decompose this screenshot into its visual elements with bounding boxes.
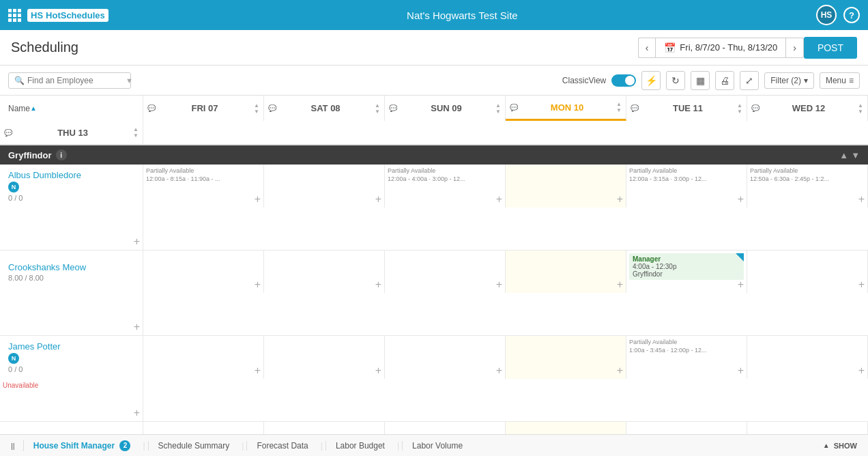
add-shift-button[interactable]: + [375,365,381,376]
name-col-label: Name [8,104,30,113]
mon-cell: + [506,251,626,293]
add-shift-button[interactable]: + [738,194,744,205]
add-shift-button[interactable]: + [858,279,865,290]
shift-time: 4:00a - 12:30p [633,263,740,270]
col-header-thu: 💬 THU 13 ▲▼ [0,121,143,144]
classic-view-toggle[interactable] [611,74,636,87]
group-name: Gryffindor i [8,149,151,160]
add-shift-button[interactable]: + [496,279,502,290]
expand-icon[interactable]: ⤢ [740,71,759,90]
add-shift-button[interactable]: + [617,365,623,376]
mon-cell: + [506,336,626,379]
table-icon[interactable]: ▦ [691,71,710,90]
sat-cell: + [264,336,385,379]
classic-view-label: ClassicView [562,76,606,85]
thu-sort: ▲▼ [133,126,139,139]
name-sort-icon: ▲ [30,104,37,112]
emp-name-cell: James Potter N 0 / 0 [0,336,143,379]
refresh-icon[interactable]: ↻ [666,71,685,90]
emp-name[interactable]: Crookshanks Meow [8,262,134,272]
apps-icon[interactable] [8,9,20,22]
mon-label: MON 10 [551,102,583,113]
sat-label: SAT 08 [310,103,340,113]
group-info-icon[interactable]: i [56,149,67,160]
shift-corner-icon [736,253,744,261]
sat-cell: + [264,251,385,293]
emp-hours: 0 / 0 [8,365,134,373]
group-gryffindor: Gryffindor i ▲ ▼ [0,145,868,165]
date-display: 📅 Fri, 8/7/20 - Thu, 8/13/20 [655,38,786,58]
logo[interactable]: HS HotSchedules [27,9,108,22]
tue-sort: ▲▼ [737,102,742,115]
add-shift-button[interactable]: + [375,279,381,290]
date-range: Fri, 8/7/20 - Thu, 8/13/20 [680,42,777,53]
filter-button[interactable]: Filter (2) ▾ [764,72,814,89]
add-shift-button[interactable]: + [738,279,744,290]
emp-badge: N [8,182,19,193]
emp-name-cell: Minerva McGonagall 0 / 0 [0,422,143,434]
emp-name[interactable]: Albus Dumbledore [8,170,134,180]
shift-loc: Gryffindor [633,270,740,278]
fri-cell: + [143,336,264,379]
add-shift-button[interactable]: + [858,194,865,205]
add-shift-button[interactable]: + [617,194,623,205]
add-shift-button[interactable]: + [255,279,261,290]
add-shift-button[interactable]: + [738,365,744,376]
add-shift-button[interactable]: + [255,194,261,205]
lightning-icon[interactable]: ⚡ [641,71,661,90]
add-shift-button[interactable]: + [858,365,865,376]
prev-week-button[interactable]: ‹ [638,38,656,58]
add-shift-button[interactable]: + [375,194,381,205]
unavail-text: Unavailable [3,382,140,389]
avatar[interactable]: HS [816,5,837,25]
sun-cell: + [385,336,506,379]
tue-cell[interactable]: Manager 4:00a - 12:30p Gryffindor + [626,251,747,293]
thu-cell: + [0,293,143,335]
avail-text: Partially Available1:00a - 3:45a · 12:00… [629,339,744,354]
add-shift-button[interactable]: + [496,365,502,376]
nav-right: HS ? [816,5,860,25]
print-icon[interactable]: 🖨 [715,71,734,90]
emp-name[interactable]: James Potter [8,341,134,352]
toolbar: 🔍 ▼ ClassicView ⚡ ↻ ▦ 🖨 ⤢ Filter (2) ▾ M… [0,66,868,96]
help-icon[interactable]: ? [843,7,860,23]
group-expand-icon[interactable]: ▼ [851,150,860,160]
top-nav: HS HotSchedules Nat's Hogwarts Test Site… [0,0,868,30]
tue-cell: Partially Available12:00a - 3:15a · 3:00… [626,165,747,208]
post-button[interactable]: POST [804,37,857,59]
col-header-name: Name ▲ [0,96,143,121]
col-header-fri: 💬 FRI 07 ▲▼ [143,96,264,121]
fri-cell: Partially Available12:00a - 8:15a · 11:9… [143,165,264,208]
add-shift-button[interactable]: + [496,194,502,205]
tue-cell: Partially Available1:00a - 3:45a · 12:00… [626,336,747,379]
table-row: James Potter N 0 / 0 + + + + Partially A… [0,336,868,422]
wed-cell: + [747,336,868,379]
fri-label: FRI 07 [192,103,218,113]
toolbar-right: ClassicView ⚡ ↻ ▦ 🖨 ⤢ Filter (2) ▾ Menu … [562,71,860,90]
nav-left: HS HotSchedules [8,9,108,22]
add-shift-button[interactable]: + [134,322,140,332]
column-headers: Name ▲ 💬 FRI 07 ▲▼ 💬 SAT 08 ▲▼ 💬 SUN 09 … [0,96,868,145]
group-collapse-icon[interactable]: ▲ [839,150,848,160]
sun-cell: + [385,422,506,434]
emp-hours: 0 / 0 [8,194,134,202]
table-row: Crookshanks Meow 8.00 / 8.00 + + + + Man… [0,251,868,336]
add-shift-button[interactable]: + [255,365,261,376]
next-week-button[interactable]: › [786,38,804,58]
add-shift-button[interactable]: + [134,408,140,418]
search-box: 🔍 ▼ [8,72,131,89]
add-shift-button[interactable]: + [617,279,623,290]
mon-icons: 💬 [510,104,518,111]
shift-block[interactable]: Manager 4:00a - 12:30p Gryffindor [629,253,744,280]
sun-label: SUN 09 [431,103,462,113]
emp-hours: 8.00 / 8.00 [8,274,134,282]
menu-button[interactable]: Menu ≡ [820,72,860,89]
chevron-down-icon: ▾ [804,76,808,85]
mon-sort: ▲▼ [616,101,622,113]
search-input[interactable] [27,76,123,85]
col-header-mon: 💬 MON 10 ▲▼ [506,96,626,121]
shift-role: Manager [633,255,740,263]
wed-label: WED 12 [792,103,825,113]
add-shift-button[interactable]: + [134,236,140,247]
tue-icons: 💬 [631,104,639,112]
